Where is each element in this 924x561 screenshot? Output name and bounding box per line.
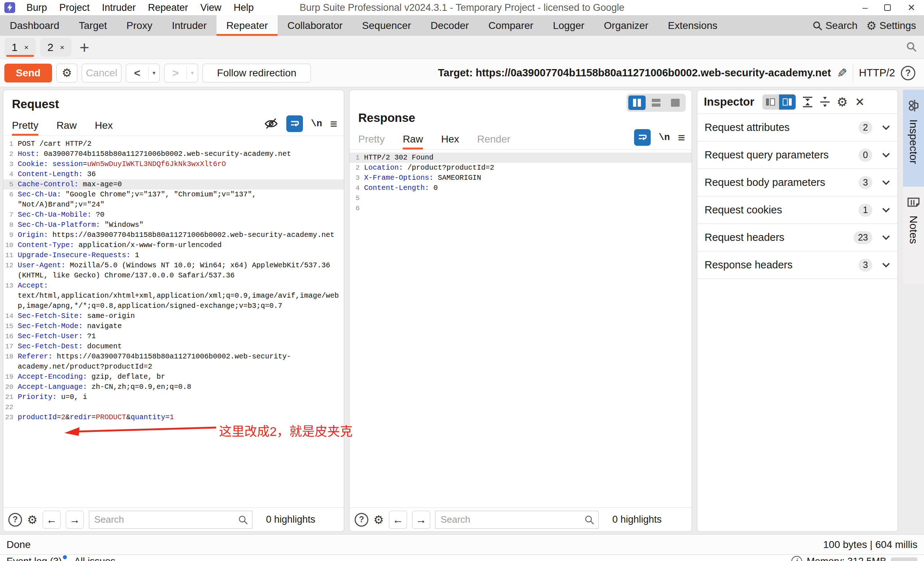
request-editor[interactable]: 1POST /cart HTTP/22Host: 0a39007704b1158… [3,136,344,507]
editor-tab-raw[interactable]: Raw [403,134,423,149]
layout-single-button[interactable] [667,95,684,110]
close-tab-icon[interactable]: × [24,43,28,52]
editor-tab-hex[interactable]: Hex [95,120,113,135]
close-button[interactable]: ✕ [908,2,915,14]
editor-line[interactable]: 4Content-Length: 36 [3,169,344,179]
prev-match-button[interactable]: ← [389,511,407,529]
editor-line[interactable]: 10Content-Type: application/x-www-form-u… [3,240,344,250]
editor-menu-icon[interactable]: ≡ [330,117,337,130]
dock-left-button[interactable] [762,95,779,110]
dock-right-button[interactable] [779,95,796,110]
event-log-button[interactable]: Event log (3) [6,556,62,561]
editor-line[interactable]: 21Priority: u=0, i [3,392,344,402]
editor-tab-hex[interactable]: Hex [441,134,459,149]
rail-tab-notes[interactable]: Notes [903,186,924,284]
tab-proxy[interactable]: Proxy [117,15,162,36]
editor-line[interactable]: 20Accept-Language: zh-CN,zh;q=0.9,en;q=0… [3,382,344,392]
inspector-row-request-headers[interactable]: Request headers23 [698,224,898,251]
tab-organizer[interactable]: Organizer [594,15,658,36]
help-icon[interactable]: ? [8,513,22,526]
search-settings-icon[interactable]: ⚙ [27,513,38,526]
layout-columns-button[interactable] [628,95,646,110]
editor-line[interactable]: 9Origin: https://0a39007704b1158b80a1127… [3,230,344,240]
editor-line[interactable]: 1POST /cart HTTP/2 [3,139,344,149]
tab-comparer[interactable]: Comparer [478,15,543,36]
inspector-settings-icon[interactable]: ⚙ [837,95,848,109]
editor-line[interactable]: 5Cache-Control: max-age=0 [3,179,344,190]
search-settings-icon[interactable]: ⚙ [374,513,384,526]
inspector-row-request-attributes[interactable]: Request attributes2 [698,114,898,141]
help-icon[interactable]: ? [901,66,915,80]
repeater-tab-1[interactable]: 1× [4,38,36,57]
word-wrap-toggle-icon[interactable] [634,129,651,146]
editor-line[interactable]: 19Accept-Encoding: gzip, deflate, br [3,372,344,382]
editor-line[interactable]: 3Cookie: session=uWn5wDuyIWKTL3NDQf6JkNk… [3,159,344,169]
send-settings-button[interactable]: ⚙ [56,64,77,83]
global-search-button[interactable]: Search [812,20,858,32]
editor-tab-pretty[interactable]: Pretty [12,120,38,135]
tab-target[interactable]: Target [69,15,117,36]
inspector-row-request-query-parameters[interactable]: Request query parameters0 [698,141,898,169]
repeater-tab-2[interactable]: 2× [40,38,72,57]
editor-tab-raw[interactable]: Raw [56,120,76,135]
editor-line[interactable]: 3X-Frame-Options: SAMEORIGIN [350,173,692,183]
chevron-down-icon[interactable] [882,262,890,268]
tab-extensions[interactable]: Extensions [658,15,728,36]
tab-dashboard[interactable]: Dashboard [0,15,69,36]
maximize-button[interactable] [884,5,891,11]
editor-line[interactable]: 16Sec-Fetch-User: ?1 [3,331,344,341]
editor-line[interactable]: 2Host: 0a39007704b1158b80a11271006b0002.… [3,149,344,159]
settings-button[interactable]: ⚙ Settings [866,19,916,33]
layout-rows-button[interactable] [648,95,665,110]
response-search-input[interactable] [435,511,598,529]
chevron-down-icon[interactable]: ▾ [187,69,198,76]
editor-line[interactable]: 11Upgrade-Insecure-Requests: 1 [3,250,344,260]
expand-all-icon[interactable] [819,96,830,108]
editor-line[interactable]: 6 [350,203,692,214]
editor-line[interactable]: 23productId=2&redir=PRODUCT&quantity=1 [3,412,344,423]
collapse-all-icon[interactable] [802,96,813,108]
inspector-row-request-cookies[interactable]: Request cookies1 [698,196,898,224]
tab-search-icon[interactable] [906,41,917,54]
send-button[interactable]: Send [4,64,52,83]
response-editor[interactable]: 1HTTP/2 302 Found2Location: /product?pro… [350,150,692,507]
memory-gauge[interactable] [891,557,918,561]
minimize-button[interactable]: – [862,2,868,14]
menu-repeater[interactable]: Repeater [142,2,194,14]
editor-line[interactable]: 17Sec-Fetch-Dest: document [3,341,344,352]
tab-logger[interactable]: Logger [543,15,594,36]
chevron-down-icon[interactable] [882,207,890,213]
menu-intruder[interactable]: Intruder [96,2,142,14]
chevron-down-icon[interactable] [882,180,890,185]
rail-tab-inspector[interactable]: Inspector [903,90,924,186]
editor-line[interactable]: 5 [350,193,692,203]
editor-menu-icon[interactable]: ≡ [678,131,685,144]
chevron-down-icon[interactable]: ▾ [148,69,159,76]
inspector-row-request-body-parameters[interactable]: Request body parameters3 [698,169,898,196]
editor-line[interactable]: 6Sec-Ch-Ua: "Google Chrome";v="137", "Ch… [3,190,344,210]
chevron-down-icon[interactable] [882,235,890,241]
inspector-row-response-headers[interactable]: Response headers3 [698,251,898,279]
editor-line[interactable]: 22 [3,402,344,412]
editor-line[interactable]: 8Sec-Ch-Ua-Platform: "Windows" [3,220,344,230]
cancel-button[interactable]: Cancel [82,64,122,83]
editor-line[interactable]: 7Sec-Ch-Ua-Mobile: ?0 [3,210,344,220]
all-issues-button[interactable]: All issues [74,556,116,561]
help-icon[interactable]: ? [355,513,368,526]
hide-nonprintable-icon[interactable] [264,117,278,130]
history-back-button[interactable]: < ▾ [126,64,160,83]
word-wrap-toggle-icon[interactable] [286,115,303,132]
editor-line[interactable]: 4Content-Length: 0 [350,183,692,193]
show-newlines-icon[interactable]: \n [311,118,322,129]
edit-target-icon[interactable]: ✎ [837,66,848,80]
tab-collaborator[interactable]: Collaborator [278,15,352,36]
close-tab-icon[interactable]: × [60,43,64,52]
chevron-down-icon[interactable] [882,125,890,131]
show-newlines-icon[interactable]: \n [658,132,670,143]
inspector-close-icon[interactable]: ✕ [855,95,865,109]
follow-redirection-button[interactable]: Follow redirection [202,64,311,83]
next-match-button[interactable]: → [412,511,430,529]
prev-match-button[interactable]: ← [43,511,61,529]
editor-line[interactable]: 13Accept: text/html,application/xhtml+xm… [3,281,344,311]
editor-line[interactable]: 2Location: /product?productId=2 [350,163,692,173]
